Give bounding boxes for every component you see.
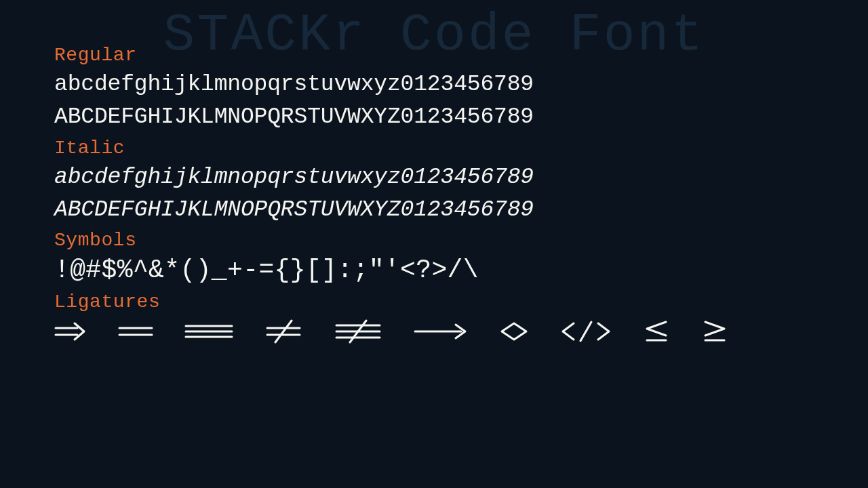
not-equals-icon xyxy=(264,319,302,344)
not-triple-equals-icon xyxy=(334,319,382,344)
font-specimen: Regular abcdefghijklmnopqrstuvwxyz012345… xyxy=(54,45,814,344)
regular-lowercase: abcdefghijklmnopqrstuvwxyz0123456789 xyxy=(54,68,814,101)
double-equals-icon xyxy=(118,321,153,342)
italic-lowercase: abcdefghijklmnopqrstuvwxyz0123456789 xyxy=(54,161,814,194)
diamond-icon xyxy=(499,321,529,342)
fat-arrow-right-icon xyxy=(54,321,87,342)
svg-line-16 xyxy=(580,322,591,341)
svg-marker-15 xyxy=(502,323,526,340)
less-than-or-equal-icon xyxy=(643,319,670,344)
triple-equals-icon xyxy=(184,321,233,342)
greater-than-or-equal-icon xyxy=(701,319,728,344)
section-label-ligatures: Ligatures xyxy=(54,291,814,312)
section-label-italic: Italic xyxy=(54,138,814,159)
section-label-symbols: Symbols xyxy=(54,230,814,251)
long-arrow-right-icon xyxy=(414,321,468,342)
self-closing-tag-icon xyxy=(560,319,612,344)
svg-line-9 xyxy=(275,321,292,342)
ligatures-row xyxy=(54,319,814,344)
italic-uppercase: ABCDEFGHIJKLMNOPQRSTUVWXYZ0123456789 xyxy=(54,194,814,226)
regular-uppercase: ABCDEFGHIJKLMNOPQRSTUVWXYZ0123456789 xyxy=(54,101,814,134)
symbols-line: !@#$%^&*()_+-={}[]:;"'<?>/\ xyxy=(54,253,814,287)
section-label-regular: Regular xyxy=(54,45,814,66)
